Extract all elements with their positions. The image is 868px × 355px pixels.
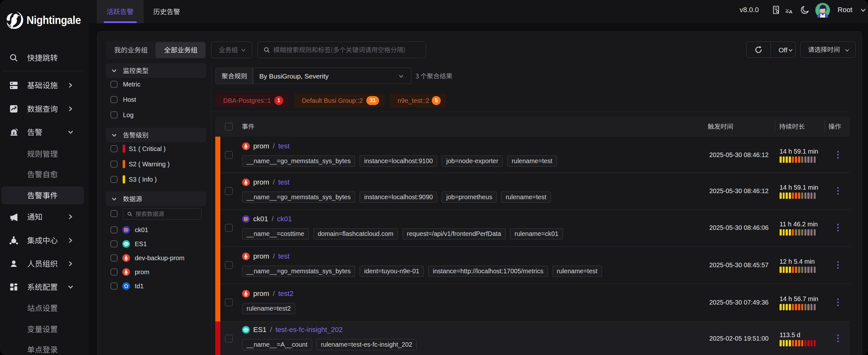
svg-text:A: A	[789, 9, 793, 14]
